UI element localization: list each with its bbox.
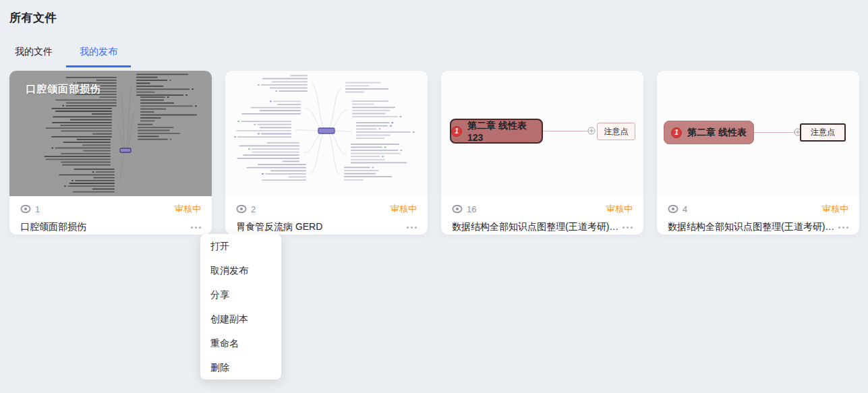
eye-icon [668,205,678,213]
eye-icon [452,205,463,213]
file-thumbnail[interactable] [225,71,428,196]
file-title: 数据结构全部知识点图整理(王道考研)2.线... [668,221,835,233]
file-thumbnail[interactable]: 口腔颌面部损伤 [9,71,212,196]
root-node-label: 第二章 线性表 [687,127,747,139]
page-title: 所有文件 [0,0,868,26]
tab-my-files[interactable]: 我的文件 [9,42,66,67]
file-card-data-structure[interactable]: 1 第二章 线性表 注意点 4 审核中 [657,71,859,235]
view-count: 2 [251,204,256,214]
mindmap-preview [225,71,428,196]
context-menu: 打开 取消发布 分享 创建副本 重命名 删除 [200,234,281,380]
mindmap-root-node: 1 第二章 线性表 [664,121,754,144]
mindmap-root-node: 1 第二章 线性表123 [450,119,543,144]
view-counter: 16 [452,204,476,214]
priority-badge: 1 [451,126,462,137]
view-counter: 1 [20,204,40,214]
menu-item-share[interactable]: 分享 [200,282,281,307]
card-footer: 2 审核中 胃食管反流病 GERD [225,196,428,233]
view-counter: 4 [668,204,687,214]
mindmap-child-node-selected: 注意点 [800,123,846,142]
tab-bar: 我的文件 我的发布 [9,42,868,67]
menu-item-delete[interactable]: 删除 [200,355,281,380]
more-button[interactable] [623,224,633,231]
file-card-gerd[interactable]: 2 审核中 胃食管反流病 GERD [225,71,428,235]
file-card-grid: 口腔颌面部损伤 1 审核中 口腔颌面部损伤 [9,71,859,235]
root-node-label: 第二章 线性表123 [467,120,542,143]
view-count: 4 [683,204,687,214]
status-badge: 审核中 [822,203,848,215]
file-thumbnail[interactable]: 1 第二章 线性表123 注意点 [441,71,643,196]
file-title: 口腔颌面部损伤 [20,221,86,233]
more-button[interactable] [191,224,201,231]
view-count: 16 [467,204,476,214]
more-button[interactable] [838,224,848,231]
view-count: 1 [35,204,40,214]
branch-connector [543,131,590,131]
file-card-oral-injury[interactable]: 口腔颌面部损伤 1 审核中 口腔颌面部损伤 [9,71,212,235]
status-badge: 审核中 [175,203,201,215]
more-button[interactable] [407,224,417,231]
mindmap-child-node: 注意点 [597,123,635,140]
menu-item-open[interactable]: 打开 [200,234,281,258]
file-title: 胃食管反流病 GERD [236,221,322,233]
branch-connector [754,132,796,133]
view-counter: 2 [236,204,256,214]
eye-icon [20,205,31,213]
priority-badge: 1 [671,127,682,138]
status-badge: 审核中 [390,203,417,215]
menu-item-unpublish[interactable]: 取消发布 [200,258,281,282]
file-thumbnail[interactable]: 1 第二章 线性表 注意点 [657,71,859,196]
file-title: 数据结构全部知识点图整理(王道考研)2.线... [452,221,619,233]
eye-icon [236,205,247,213]
file-card-data-structure-123[interactable]: 1 第二章 线性表123 注意点 16 审核中 [441,71,643,235]
thumbnail-hover-title: 口腔颌面部损伤 [26,83,101,96]
tab-my-publications[interactable]: 我的发布 [66,42,131,67]
menu-item-duplicate[interactable]: 创建副本 [200,307,281,331]
card-footer: 4 审核中 数据结构全部知识点图整理(王道考研)2.线... [657,196,859,233]
circle-plus-icon [587,127,596,135]
status-badge: 审核中 [606,203,633,215]
menu-item-rename[interactable]: 重命名 [200,331,281,355]
card-footer: 16 审核中 数据结构全部知识点图整理(王道考研)2.线... [441,196,643,233]
card-footer: 1 审核中 口腔颌面部损伤 [9,196,212,233]
